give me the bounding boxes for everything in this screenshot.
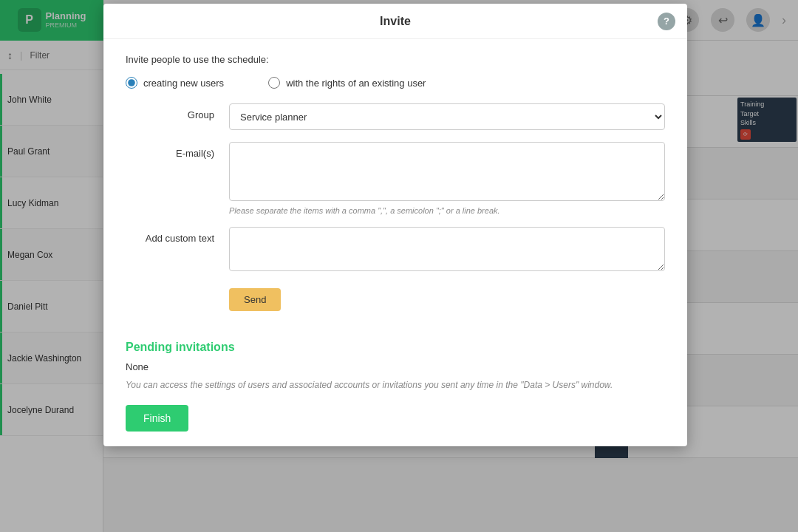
modal-title: Invite [380,15,411,28]
invite-modal: Invite ? Invite people to use the schedu… [103,4,687,446]
radio-existing-input[interactable] [268,77,280,89]
email-form-group: E-mail(s) Please separate the items with… [126,142,665,215]
custom-text-wrap [229,227,665,273]
send-button[interactable]: Send [229,288,281,311]
modal-header: Invite ? [103,4,687,39]
radio-existing-label: with the rights of an existing user [286,78,426,89]
radio-new-users-label: creating new users [143,78,224,89]
help-button[interactable]: ? [658,13,675,30]
email-field-wrap: Please separate the items with a comma "… [229,142,665,215]
finish-button[interactable]: Finish [126,405,188,432]
pending-section: Pending invitations None You can access … [126,341,665,390]
radio-existing-user[interactable]: with the rights of an existing user [268,77,426,89]
custom-text-field[interactable] [229,227,665,271]
email-hint: Please separate the items with a comma "… [229,206,665,215]
email-field[interactable] [229,142,665,201]
group-select[interactable]: Service planner Admin Standard [229,103,665,130]
invite-description: Invite people to use the schedule: [126,54,665,65]
modal-body: Invite people to use the schedule: creat… [103,39,687,326]
group-select-wrap: Service planner Admin Standard [229,103,665,130]
group-form-group: Group Service planner Admin Standard [126,103,665,130]
radio-creating-new-users[interactable]: creating new users [126,77,224,89]
custom-text-label: Add custom text [126,227,214,244]
pending-info: You can access the settings of users and… [126,380,665,390]
pending-title: Pending invitations [126,341,665,354]
custom-text-form-group: Add custom text [126,227,665,273]
group-label: Group [126,103,214,120]
radio-new-users-input[interactable] [126,77,137,89]
email-label: E-mail(s) [126,142,214,159]
radio-group: creating new users with the rights of an… [126,77,665,89]
pending-none: None [126,361,665,372]
